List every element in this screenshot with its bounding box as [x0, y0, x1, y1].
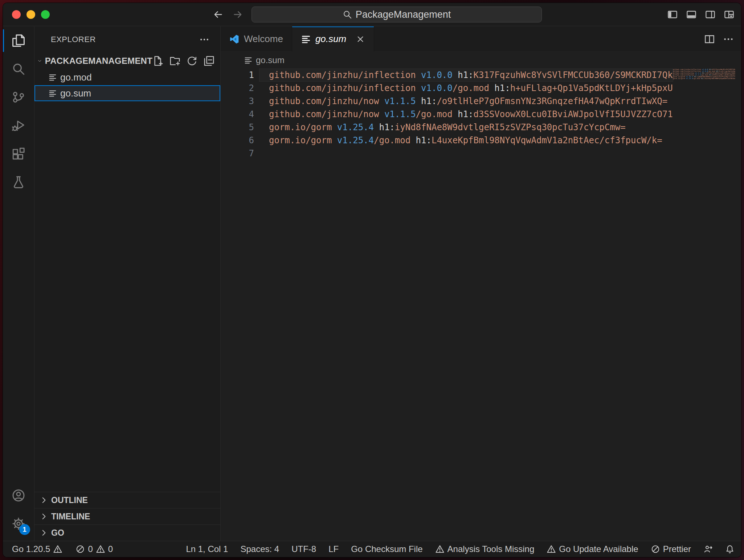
- minimap[interactable]: github.com/jinzhu/inflection v1.0.0 h1:K…: [673, 69, 735, 541]
- toggle-primary-sidebar-button[interactable]: [667, 9, 678, 20]
- code-line[interactable]: 7: [221, 147, 673, 160]
- titlebar-layout-actions: [667, 9, 735, 20]
- status-notifications[interactable]: [725, 544, 735, 554]
- code-line[interactable]: 4github.com/jinzhu/now v1.1.5/go.mod h1:…: [221, 108, 673, 121]
- debug-icon: [12, 119, 25, 132]
- code-line[interactable]: 3github.com/jinzhu/now v1.1.5 h1:/o9tlHl…: [221, 95, 673, 108]
- arrow-right-icon: [232, 9, 243, 20]
- line-content: github.com/jinzhu/inflection v1.0.0 h1:K…: [259, 69, 673, 82]
- code-line[interactable]: 1github.com/jinzhu/inflection v1.0.0 h1:…: [221, 69, 673, 82]
- section-go[interactable]: GO: [34, 524, 220, 541]
- status-text: Prettier: [663, 544, 691, 554]
- prettier-disabled-icon: [651, 544, 660, 554]
- collapse-folders-button[interactable]: [204, 55, 214, 66]
- refresh-explorer-button[interactable]: [187, 55, 197, 66]
- section-label: TIMELINE: [51, 512, 90, 522]
- status-indentation[interactable]: Spaces: 4: [240, 544, 279, 554]
- history-forward-button[interactable]: [232, 9, 243, 20]
- error-icon: [75, 544, 85, 554]
- editor-more-actions-button[interactable]: [723, 34, 734, 45]
- activity-bar-bottom: 1: [3, 481, 34, 541]
- activity-settings[interactable]: 1: [3, 510, 34, 538]
- line-number: 6: [221, 134, 259, 147]
- title-bar: PackageManagement: [3, 3, 741, 26]
- extensions-icon: [12, 147, 25, 161]
- status-text: Go Update Available: [559, 544, 638, 554]
- activity-search[interactable]: [3, 55, 34, 83]
- status-text: Go 1.20.5: [12, 544, 50, 554]
- explorer-more-actions-button[interactable]: [199, 34, 209, 45]
- status-problems[interactable]: 00: [75, 544, 113, 554]
- status-language-mode[interactable]: Go Checksum File: [351, 544, 422, 554]
- status-go-update[interactable]: Go Update Available: [547, 544, 638, 554]
- file-tree: go.modgo.sum: [34, 69, 220, 101]
- toggle-secondary-sidebar-button[interactable]: [705, 9, 716, 20]
- bell-icon: [725, 544, 735, 554]
- customize-layout-button[interactable]: [724, 9, 735, 20]
- history-back-button[interactable]: [213, 9, 224, 20]
- chevron-right-icon: [40, 496, 48, 505]
- minimize-window-button[interactable]: [26, 10, 35, 19]
- sidebar-bottom-sections: OUTLINETIMELINEGO: [34, 492, 220, 541]
- refresh-icon: [187, 55, 197, 66]
- line-content: gorm.io/gorm v1.25.4 h1:iyNd8fNAe8W9dvtl…: [259, 121, 673, 134]
- status-prettier[interactable]: Prettier: [651, 544, 691, 554]
- code-editor[interactable]: 1github.com/jinzhu/inflection v1.0.0 h1:…: [221, 69, 741, 541]
- toggle-panel-button[interactable]: [686, 9, 697, 20]
- source-control-icon: [12, 90, 25, 104]
- section-timeline[interactable]: TIMELINE: [34, 508, 220, 524]
- search-icon: [343, 10, 352, 19]
- status-cursor-position[interactable]: Ln 1, Col 1: [186, 544, 228, 554]
- minimap-line: gorm.io/gorm v1.25.4/go.mod h1:L4uxeKpfB…: [673, 78, 735, 79]
- section-outline[interactable]: OUTLINE: [34, 492, 220, 508]
- workspace-section-header[interactable]: PACKAGEMANAGEMENT: [34, 53, 220, 69]
- status-feedback[interactable]: [703, 544, 713, 554]
- code-line[interactable]: 6gorm.io/gorm v1.25.4/go.mod h1:L4uxeKpf…: [221, 134, 673, 147]
- activity-run-debug[interactable]: [3, 111, 34, 140]
- status-end-of-line[interactable]: LF: [328, 544, 339, 554]
- activity-explorer[interactable]: [3, 26, 34, 55]
- line-content: [259, 147, 673, 160]
- activity-source-control[interactable]: [3, 83, 34, 111]
- status-go-version[interactable]: Go 1.20.5: [12, 544, 62, 554]
- tab-label: Welcome: [244, 33, 283, 45]
- sidebar-title: EXPLORER: [51, 35, 96, 44]
- file-label: go.sum: [60, 88, 91, 99]
- new-file-button[interactable]: [152, 55, 163, 66]
- breadcrumb[interactable]: go.sum: [221, 52, 741, 69]
- activity-extensions[interactable]: [3, 140, 34, 168]
- tab-label: go.sum: [315, 33, 346, 45]
- arrow-left-icon: [213, 9, 224, 20]
- file-item-go-mod[interactable]: go.mod: [34, 69, 220, 85]
- file-item-go-sum[interactable]: go.sum: [34, 85, 220, 101]
- editor-actions: [704, 26, 741, 52]
- editor-group: Welcomego.sum go.sum 1github.com/jinzhu/…: [221, 26, 741, 541]
- feedback-icon: [703, 544, 713, 554]
- status-encoding[interactable]: UTF-8: [291, 544, 316, 554]
- activity-bar: 1: [3, 26, 34, 541]
- close-window-button[interactable]: [12, 10, 21, 19]
- new-folder-button[interactable]: [169, 55, 180, 66]
- activity-account[interactable]: [3, 481, 34, 510]
- line-content: github.com/jinzhu/inflection v1.0.0/go.m…: [259, 82, 673, 95]
- command-center-label: PackageManagement: [356, 9, 451, 20]
- split-editor-button[interactable]: [704, 34, 715, 45]
- code-line[interactable]: 2github.com/jinzhu/inflection v1.0.0/go.…: [221, 82, 673, 95]
- zoom-window-button[interactable]: [41, 10, 50, 19]
- files-icon: [12, 34, 25, 48]
- file-lines-icon: [48, 73, 57, 82]
- activity-testing[interactable]: [3, 168, 34, 196]
- chevron-right-icon: [40, 512, 48, 521]
- close-icon[interactable]: [356, 34, 365, 44]
- window-controls: [12, 10, 50, 19]
- sidebar-header: EXPLORER: [34, 26, 220, 53]
- status-analysis-tools[interactable]: Analysis Tools Missing: [435, 544, 535, 554]
- tab-go-sum[interactable]: go.sum: [292, 26, 374, 52]
- status-text: Analysis Tools Missing: [447, 544, 535, 554]
- line-number: 3: [221, 95, 259, 108]
- code-line[interactable]: 5gorm.io/gorm v1.25.4 h1:iyNd8fNAe8W9dvt…: [221, 121, 673, 134]
- command-center[interactable]: PackageManagement: [252, 7, 542, 22]
- chevron-right-icon: [40, 528, 48, 537]
- tab-welcome[interactable]: Welcome: [221, 26, 292, 52]
- vscode-logo-icon: [229, 34, 240, 44]
